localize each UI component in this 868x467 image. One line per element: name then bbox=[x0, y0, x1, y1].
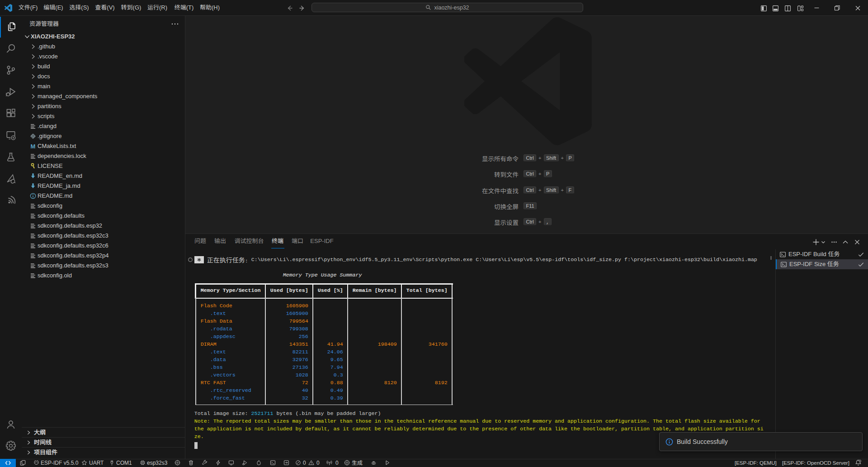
svg-text:M: M bbox=[31, 143, 36, 150]
